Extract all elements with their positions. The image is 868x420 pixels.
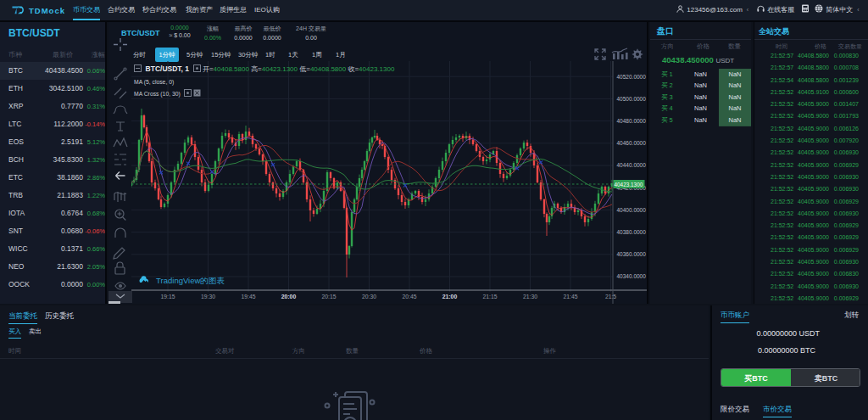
svg-text:21:5: 21:5 — [605, 294, 616, 300]
svg-text:40423.1300: 40423.1300 — [615, 182, 643, 188]
svg-text:20:15: 20:15 — [321, 294, 336, 300]
svg-text:40480.0000: 40480.0000 — [617, 118, 647, 124]
svg-text:20:30: 20:30 — [362, 294, 376, 300]
svg-text:20:45: 20:45 — [402, 294, 416, 300]
svg-text:21:45: 21:45 — [563, 294, 577, 300]
svg-text:20:00: 20:00 — [281, 294, 297, 300]
svg-text:40340.0000: 40340.0000 — [617, 273, 647, 279]
svg-text:40520.0000: 40520.0000 — [617, 74, 647, 80]
svg-text:40460.0000: 40460.0000 — [617, 140, 647, 146]
svg-text:21:15: 21:15 — [482, 294, 497, 300]
svg-text:40440.0000: 40440.0000 — [617, 162, 647, 168]
svg-text:21:00: 21:00 — [442, 294, 458, 300]
svg-text:21:30: 21:30 — [523, 294, 537, 300]
svg-text:19:30: 19:30 — [201, 294, 215, 300]
svg-text:40360.0000: 40360.0000 — [617, 251, 647, 257]
svg-text:40500.0000: 40500.0000 — [617, 96, 647, 102]
svg-text:19:15: 19:15 — [160, 294, 175, 300]
svg-text:40380.0000: 40380.0000 — [617, 229, 647, 235]
svg-text:40400.0000: 40400.0000 — [617, 207, 647, 213]
svg-text:19:45: 19:45 — [241, 294, 255, 300]
